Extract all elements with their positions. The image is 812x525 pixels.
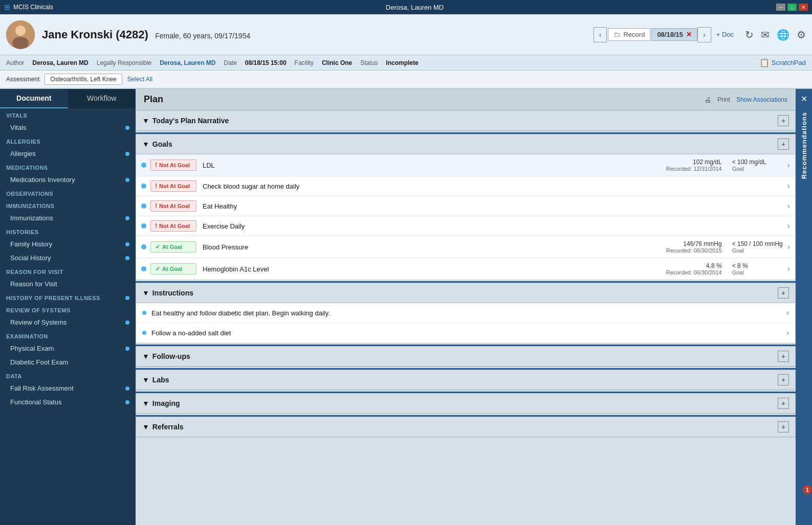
main-layout: Document Workflow VITALS Vitals ALLERGIE… xyxy=(0,89,812,525)
goal-tlab-hba1c: Goal xyxy=(732,269,783,276)
section-observations-header: OBSERVATIONS xyxy=(0,187,136,199)
nav-forward-button[interactable]: › xyxy=(697,27,711,42)
print-link[interactable]: Print xyxy=(717,96,730,103)
patient-demographics: Female, 60 years, 09/17/1954 xyxy=(155,32,250,40)
scratchpad-label: ScratchPad xyxy=(772,59,806,66)
imaging-title: ▼ Imaging xyxy=(142,399,180,407)
record-tab[interactable]: 🗀 Record xyxy=(608,28,650,41)
sidebar-item-family-history[interactable]: Family History xyxy=(0,237,136,251)
title-bar: ⊞ MCIS Clinicals Derosa, Lauren MD ─ □ ✕ xyxy=(0,0,812,14)
show-associations-link[interactable]: Show Associations xyxy=(736,96,787,103)
sidebar-item-medications-label: Medications Inventory xyxy=(10,176,125,184)
goal-target-hba1c: < 8 % Goal xyxy=(732,262,783,276)
referrals-add-button[interactable]: + xyxy=(778,421,789,432)
sidebar-item-functional[interactable]: Functional Status xyxy=(0,395,136,409)
record-label: Record xyxy=(623,31,645,38)
meta-bar: Author Derosa, Lauren MD Legally Respons… xyxy=(0,55,812,71)
goal-val-hba1c: 4.8 % xyxy=(650,262,722,269)
sidebar-item-reason[interactable]: Reason for Visit xyxy=(0,277,136,291)
sidebar-dot-immunizations xyxy=(125,216,129,220)
sidebar-dot-social xyxy=(125,256,129,260)
tab-document[interactable]: Document xyxy=(0,89,68,108)
goal-status-eat-healthy: ! Not At Goal xyxy=(150,200,196,212)
goal-tval-bp: < 150 / 100 mmHg xyxy=(732,240,783,247)
section-instructions-header[interactable]: ▼ Instructions + xyxy=(136,283,795,303)
tab-workflow[interactable]: Workflow xyxy=(68,89,136,108)
followups-add-button[interactable]: + xyxy=(778,351,789,362)
goals-label: Goals xyxy=(152,140,172,148)
sidebar-item-medications[interactable]: Medications Inventory xyxy=(0,173,136,187)
instruction-arrow-2[interactable]: › xyxy=(786,328,789,337)
recommendations-label[interactable]: Recommendations xyxy=(800,112,808,179)
section-plan-narrative-header[interactable]: ▼ Today's Plan Narrative + xyxy=(136,111,795,131)
section-imaging-header[interactable]: ▼ Imaging + xyxy=(136,394,795,414)
date-tab[interactable]: 08/18/15 ✕ xyxy=(651,28,697,41)
plan-narrative-add-button[interactable]: + xyxy=(778,115,789,126)
goal-status-exercise-label: Not At Goal xyxy=(159,223,190,229)
sidebar-item-functional-label: Functional Status xyxy=(10,398,125,406)
sidebar-dot-vitals xyxy=(125,126,129,130)
imaging-add-button[interactable]: + xyxy=(778,398,789,409)
sidebar-dot-ros xyxy=(125,321,129,325)
date-tab-close[interactable]: ✕ xyxy=(686,31,692,38)
goal-row-blood-sugar: ! Not At Goal Check blood sugar at home … xyxy=(136,176,795,196)
section-goals-header[interactable]: ▼ Goals + xyxy=(136,134,795,154)
goal-arrow-exercise[interactable]: › xyxy=(787,221,790,231)
imaging-label: Imaging xyxy=(152,399,180,407)
section-vitals-header: VITALS xyxy=(0,108,136,121)
sidebar-item-immunizations-label: Immunizations xyxy=(10,214,125,222)
goal-arrow-hba1c[interactable]: › xyxy=(787,264,790,273)
refresh-icon[interactable]: ↻ xyxy=(745,29,754,41)
nav-back-button[interactable]: ‹ xyxy=(594,27,607,42)
settings-icon[interactable]: ⚙ xyxy=(797,29,806,41)
goal-arrow-bp[interactable]: › xyxy=(787,242,790,252)
select-all-link[interactable]: Select All xyxy=(127,76,152,83)
goal-dot-bp xyxy=(141,244,146,249)
instructions-add-button[interactable]: + xyxy=(778,287,789,299)
labs-add-button[interactable]: + xyxy=(778,374,789,385)
sidebar-item-vitals[interactable]: Vitals xyxy=(0,121,136,134)
sidebar-item-diabetic[interactable]: Diabetic Foot Exam xyxy=(0,355,136,369)
goal-arrow-ldl[interactable]: › xyxy=(787,161,790,170)
add-doc-button[interactable]: + Doc xyxy=(711,29,739,40)
app-logo: ⊞ xyxy=(4,3,10,11)
goal-status-bp: ✓ At Goal xyxy=(150,241,196,253)
instruction-arrow-1[interactable]: › xyxy=(786,308,789,317)
legal-value[interactable]: Derosa, Lauren MD xyxy=(160,59,215,66)
plan-actions: 🖨 Print Show Associations xyxy=(704,96,787,104)
sidebar-item-vitals-label: Vitals xyxy=(10,124,125,131)
date-value: 08/18/15 15:00 xyxy=(245,59,287,66)
mail-icon[interactable]: ✉ xyxy=(761,29,770,41)
svg-point-3 xyxy=(16,26,25,35)
instruction-row-2: Follow a no-added salt diet › xyxy=(136,323,795,343)
sidebar-item-fall-risk[interactable]: Fall Risk Assessment xyxy=(0,381,136,395)
sidebar-item-physical[interactable]: Physical Exam xyxy=(0,341,136,355)
sidebar-item-ros[interactable]: Review of Systems xyxy=(0,315,136,329)
status-value: Incomplete xyxy=(386,59,418,66)
sidebar-item-allergies[interactable]: Allergies xyxy=(0,147,136,161)
plan-narrative-title: ▼ Today's Plan Narrative xyxy=(142,117,229,125)
goal-arrow-eat[interactable]: › xyxy=(787,201,790,211)
globe-icon[interactable]: 🌐 xyxy=(777,29,789,41)
maximize-button[interactable]: □ xyxy=(787,4,797,11)
content-area: Plan 🖨 Print Show Associations ▼ Today's… xyxy=(136,89,796,525)
assessment-tag[interactable]: Osteoarthritis, Left Knee xyxy=(45,74,122,85)
section-referrals-header[interactable]: ▼ Referrals + xyxy=(136,417,795,437)
sidebar-dot-fall xyxy=(125,386,129,391)
goal-name-ldl: LDL xyxy=(203,162,650,169)
sidebar-item-social-history[interactable]: Social History xyxy=(0,251,136,265)
section-goals: ▼ Goals + ! Not At Goal LDL 102 mg/dL Re… xyxy=(136,134,796,280)
goals-add-button[interactable]: + xyxy=(778,139,789,150)
sidebar-dot-physical xyxy=(125,347,129,351)
minimize-button[interactable]: ─ xyxy=(776,4,785,11)
goal-status-blood-sugar: ! Not At Goal xyxy=(150,180,196,192)
section-followups-header[interactable]: ▼ Follow-ups + xyxy=(136,347,795,367)
sidebar-dot-medications xyxy=(125,178,129,182)
scratchpad-icon: 📋 xyxy=(759,58,770,67)
section-labs-header[interactable]: ▼ Labs + xyxy=(136,370,795,390)
close-button[interactable]: ✕ xyxy=(799,4,808,11)
collapse-icon[interactable]: ✕ xyxy=(801,94,807,104)
goal-arrow-blood-sugar[interactable]: › xyxy=(787,181,790,191)
scratchpad-button[interactable]: 📋 ScratchPad xyxy=(759,58,806,67)
sidebar-item-immunizations[interactable]: Immunizations xyxy=(0,211,136,225)
